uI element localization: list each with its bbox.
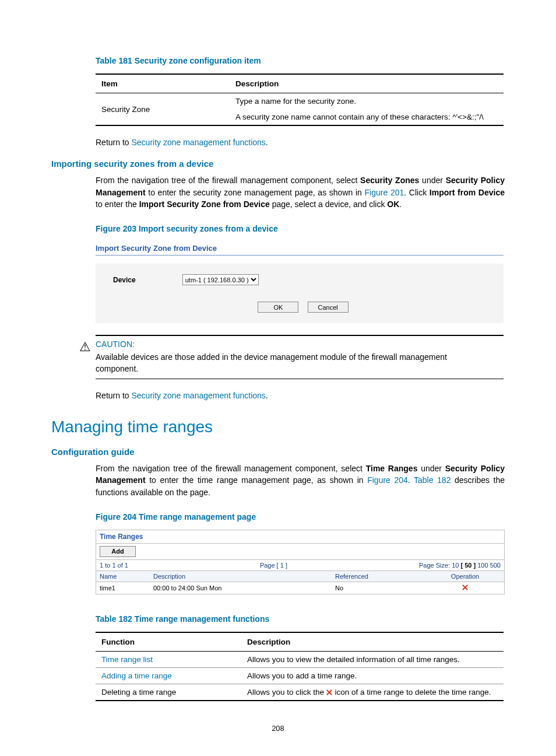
table182-r1-desc: Allows you to view the detailed informat…	[241, 651, 504, 667]
heading-configuration-guide: Configuration guide	[51, 447, 505, 457]
table181-item: Security Zone	[96, 93, 230, 126]
return-link-2: Return to Security zone management funct…	[96, 390, 505, 401]
pager-page: Page [ 1 ]	[128, 562, 419, 569]
return-link-2-link[interactable]: Security zone management functions	[131, 391, 265, 400]
table182-r2-desc: Allows you to add a time range.	[241, 667, 504, 684]
paragraph-import: From the navigation tree of the firewall…	[96, 174, 505, 210]
fig203-panel-title: Import Security Zone from Device	[96, 242, 504, 256]
device-select[interactable]: utm-1 ( 192.168.0.30 )	[182, 274, 259, 285]
table181-caption: Table 181 Security zone configuration it…	[96, 56, 505, 65]
fig204: Time Ranges Add 1 to 1 of 1 Page [ 1 ] P…	[96, 530, 505, 594]
cell-desc: 00:00 to 24:00 Sun Mon	[150, 582, 332, 594]
table181-h-item: Item	[96, 74, 230, 93]
link-table-182[interactable]: Table 182	[414, 475, 451, 485]
fig204-caption: Figure 204 Time range management page	[96, 512, 505, 522]
delete-icon[interactable]	[462, 584, 469, 591]
heading-managing-time-ranges: Managing time ranges	[51, 418, 505, 436]
col-description[interactable]: Description	[150, 571, 332, 582]
add-button[interactable]: Add	[100, 546, 136, 557]
table181-h-desc: Description	[230, 74, 504, 93]
col-referenced[interactable]: Referenced	[332, 571, 426, 582]
ok-button[interactable]: OK	[258, 302, 298, 313]
page-number: 208	[0, 724, 556, 733]
table182-h-fn: Function	[96, 632, 241, 652]
delete-icon-inline	[326, 690, 333, 696]
fig203-device-label: Device	[113, 276, 136, 284]
table182-h-desc: Description	[241, 632, 504, 652]
caution-icon: ⚠	[75, 340, 96, 354]
link-adding-time-range[interactable]: Adding a time range	[101, 671, 172, 680]
link-figure-204[interactable]: Figure 204	[367, 475, 408, 485]
table181: Item Description Security Zone Type a na…	[96, 74, 504, 126]
caution-label: CAUTION:	[96, 340, 480, 349]
link-time-range-list[interactable]: Time range list	[101, 655, 153, 664]
paragraph-conf-guide: From the navigation tree of the firewall…	[96, 463, 505, 498]
table-row: time1 00:00 to 24:00 Sun Mon No	[96, 582, 504, 594]
cancel-button[interactable]: Cancel	[308, 302, 349, 313]
return-link-1: Return to Security zone management funct…	[96, 136, 505, 148]
pager-range: 1 to 1 of 1	[100, 562, 128, 569]
cell-name[interactable]: time1	[96, 582, 150, 594]
col-operation: Operation	[426, 571, 504, 582]
fig203-caption: Figure 203 Import security zones from a …	[96, 224, 505, 233]
heading-importing: Importing security zones from a device	[51, 159, 505, 169]
return-link-1-link[interactable]: Security zone management functions	[131, 138, 265, 147]
fig203: Import Security Zone from Device Device …	[96, 242, 504, 323]
fig204-panel-title: Time Ranges	[96, 530, 504, 544]
table182-r3-desc: Allows you to click the icon of a time r…	[241, 684, 504, 701]
table181-desc2: A security zone name cannot contain any …	[230, 109, 504, 125]
caution-body: Available devices are those added in the…	[96, 351, 480, 375]
pager-size[interactable]: Page Size: 10 [ 50 ] 100 500	[419, 562, 501, 569]
table182-caption: Table 182 Time range management function…	[96, 614, 505, 624]
link-figure-201[interactable]: Figure 201	[365, 188, 404, 197]
table182-r3-fn: Deleting a time range	[96, 684, 241, 701]
col-name[interactable]: Name	[96, 571, 150, 582]
caution-divider-bottom	[96, 379, 504, 379]
cell-ref: No	[332, 582, 426, 594]
table182: Function Description Time range list All…	[96, 632, 504, 701]
caution-divider-top	[96, 335, 504, 336]
table181-desc1: Type a name for the security zone.	[230, 93, 504, 110]
